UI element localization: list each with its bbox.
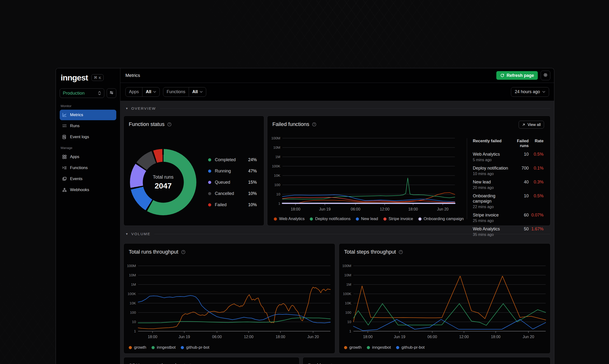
chevron-down-icon: [542, 91, 545, 93]
failed-rate-value: 0.3%: [529, 179, 543, 190]
svg-text:18:00: 18:00: [148, 335, 157, 339]
svg-text:Jun 19: Jun 19: [319, 207, 331, 211]
sidebar-item-webhooks[interactable]: Webhooks: [60, 185, 116, 195]
svg-text:100: 100: [345, 310, 351, 314]
col-recently-failed: Recently failed: [473, 139, 510, 148]
settings-button[interactable]: [541, 71, 550, 80]
sidebar-item-runs[interactable]: Runs: [60, 121, 116, 131]
functions-filter-value: All: [192, 89, 198, 94]
help-icon[interactable]: ?: [167, 122, 172, 127]
col-rate: Rate: [529, 139, 543, 148]
failed-function-row[interactable]: Stripe invoice25 mins ago600.07%: [473, 212, 543, 223]
command-k-shortcut-badge[interactable]: ⌘ K: [91, 74, 104, 81]
shortcut-key-label: K: [99, 76, 101, 80]
page-header: Metrics Refresh page: [120, 68, 554, 83]
failed-runs-value: 50: [510, 226, 529, 237]
failed-function-time: 10 mins ago: [473, 172, 510, 176]
function-status-donut-chart[interactable]: Total runs 2047: [130, 149, 196, 215]
chart-legend-item-onboarding-campaign: Onboarding campaign: [418, 217, 464, 221]
chart-legend-item-github-pr-bot: github-pr-bot: [396, 345, 424, 350]
svg-text:Jun 20: Jun 20: [523, 335, 534, 339]
backlog-card: Backlog ?: [303, 357, 551, 364]
overview-section-label: OVERVIEW: [131, 106, 156, 111]
failed-rate-value: 0.07%: [529, 212, 543, 223]
svg-text:18:00: 18:00: [491, 335, 500, 339]
sidebar-item-event-logs[interactable]: Event logs: [60, 132, 116, 142]
failed-runs-value: 10: [510, 152, 529, 162]
failed-runs-value: 700: [510, 166, 529, 176]
total-steps-chart[interactable]: 100M10M1M100K10K10010118:00Jun 1906:0012…: [339, 244, 550, 353]
failed-function-row[interactable]: New lead20 mins ago400.3%: [473, 179, 543, 190]
functions-filter[interactable]: Functions All: [163, 87, 206, 97]
apps-filter[interactable]: Apps All: [125, 87, 160, 97]
sidebar-item-label: Webhooks: [70, 187, 89, 192]
svg-text:Jun 20: Jun 20: [307, 335, 319, 339]
legend-label: Running: [215, 169, 231, 174]
chart-legend-item-deploy-notifications: Deploy notifications: [310, 217, 350, 221]
legend-label: Failed: [215, 202, 227, 207]
chart-legend-item-growth: growth: [129, 345, 146, 350]
status-legend-item-cancelled: Cancelled10%: [208, 188, 257, 199]
failed-rate-value: 0.5%: [529, 152, 543, 162]
legend-dot: [152, 346, 155, 349]
svg-text:Jun 19: Jun 19: [178, 335, 190, 339]
inngest-logo: inngest: [61, 74, 88, 82]
failed-function-row[interactable]: Onboarding campaign22 mins ago100.5%: [473, 193, 543, 209]
failed-function-row[interactable]: Web Analytics35 mins ago501.67%: [473, 226, 543, 237]
svg-text:10M: 10M: [129, 273, 136, 277]
chart-legend-item-new-lead: New lead: [356, 217, 378, 221]
total-runs-chart[interactable]: 100M10M1M100K10K10010118:00Jun 1906:0012…: [124, 244, 335, 353]
functions-icon: [62, 166, 67, 170]
recently-failed-header-row: Recently failedFailed runsRate: [473, 139, 543, 148]
sidebar-item-metrics[interactable]: Metrics: [60, 110, 116, 120]
chart-legend-item-stripe-invoice: Stripe invoice: [383, 217, 413, 221]
sdk-request-title: SDK request throughput: [129, 363, 185, 364]
nav-section-label-monitor: Monitor: [61, 104, 116, 108]
sidebar-item-functions[interactable]: Functions: [60, 163, 116, 173]
status-legend-item-failed: Failed10%: [208, 199, 257, 210]
time-range-selector[interactable]: 24 hours ago: [511, 87, 549, 97]
sidebar-item-label: Runs: [70, 124, 80, 128]
svg-text:10: 10: [132, 320, 136, 324]
svg-text:Jun 20: Jun 20: [437, 207, 449, 211]
legend-value: 47%: [248, 169, 257, 174]
app-window: inngest ⌘ K Production MonitorMetricsRun…: [56, 68, 554, 364]
failed-functions-chart-legend: Web AnalyticsDeploy notificationsNew lea…: [274, 217, 464, 221]
failed-function-name: Deploy notification: [473, 166, 510, 171]
environment-selector[interactable]: Production: [60, 88, 104, 98]
svg-text:Jun 19: Jun 19: [394, 335, 405, 339]
svg-text:100: 100: [274, 183, 280, 187]
status-legend-item-completed: Completed24%: [208, 154, 257, 166]
legend-dot: [274, 217, 277, 221]
svg-text:10: 10: [347, 320, 351, 324]
failed-function-row[interactable]: Deploy notification10 mins ago7000.1%: [473, 166, 543, 176]
sidebar-item-apps[interactable]: Apps: [60, 152, 116, 162]
failed-runs-value: 10: [510, 193, 529, 209]
chart-legend-item-github-pr-bot: github-pr-bot: [181, 345, 209, 350]
svg-text:12:00: 12:00: [380, 207, 389, 211]
failed-functions-card: Failed functions ? View all 100M10M1M100…: [267, 116, 551, 226]
chevron-down-icon: [153, 91, 156, 93]
failed-rate-value: 0.1%: [529, 166, 543, 176]
legend-dot: [208, 192, 211, 195]
legend-dot: [208, 158, 211, 161]
apps-filter-label: Apps: [126, 87, 142, 96]
legend-value: 10%: [248, 191, 257, 196]
filter-bar: Apps All Functions All 24 hours ago: [120, 83, 554, 101]
sidebar: inngest ⌘ K Production MonitorMetricsRun…: [56, 68, 120, 364]
refresh-page-button[interactable]: Refresh page: [496, 71, 538, 80]
failed-function-row[interactable]: Web Analytics5 mins ago100.5%: [473, 152, 543, 162]
volume-section-label: VOLUME: [131, 232, 150, 236]
nav-section-label-manage: Manage: [61, 146, 116, 150]
svg-text:1: 1: [349, 329, 351, 333]
legend-dot: [344, 346, 347, 349]
sidebar-item-label: Event logs: [70, 135, 89, 139]
sidebar-item-events[interactable]: Events: [60, 174, 116, 184]
runs-icon: [62, 124, 67, 128]
chevrons-up-down-icon: [98, 91, 101, 95]
donut-center-value: 2047: [155, 181, 172, 190]
svg-text:18:00: 18:00: [291, 207, 300, 211]
page-title: Metrics: [125, 73, 140, 78]
environment-filter-button[interactable]: [107, 88, 116, 98]
overview-section-header[interactable]: ▼ OVERVIEW: [124, 106, 551, 111]
